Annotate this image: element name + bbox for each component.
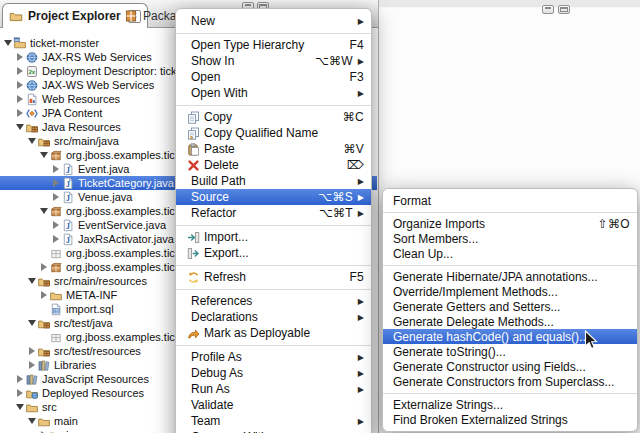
expand-arrow-icon[interactable] (14, 375, 25, 383)
folder-icon (49, 429, 63, 433)
tree-item-label: JavaScript Resources (42, 373, 153, 385)
menu-item-export[interactable]: Export... (176, 245, 371, 261)
menu-item-override-implement-methods[interactable]: Override/Implement Methods... (383, 284, 637, 299)
menu-item-externalize-strings[interactable]: Externalize Strings... (383, 397, 637, 412)
expand-arrow-icon[interactable] (26, 347, 37, 355)
menu-item-label: Paste (204, 142, 235, 156)
collapse-arrow-icon[interactable] (26, 418, 37, 424)
menu-item-shortcut: ⌥⌘T (311, 206, 353, 220)
menu-item-organize-imports[interactable]: Organize Imports⇧⌘O (383, 216, 637, 231)
expand-arrow-icon[interactable] (50, 165, 61, 173)
menu-item-open-with[interactable]: Open With▶ (176, 85, 371, 101)
collapse-arrow-icon[interactable] (26, 138, 37, 144)
menu-separator (176, 105, 371, 106)
context-menu: New▶Open Type HierarchyF4Show In⌥⌘W▶Open… (175, 8, 372, 433)
menu-item-label: Build Path (191, 174, 246, 188)
collapse-arrow-icon[interactable] (26, 278, 37, 284)
export-icon (187, 247, 200, 260)
expand-arrow-icon[interactable] (14, 109, 25, 117)
expand-arrow-icon[interactable] (14, 95, 25, 103)
web-service-icon (25, 51, 39, 64)
submenu-arrow-icon: ▶ (353, 54, 364, 69)
expand-arrow-icon[interactable] (26, 361, 37, 369)
menu-item-copy[interactable]: Copy⌘C (176, 109, 371, 125)
expand-arrow-icon[interactable] (38, 263, 49, 271)
expand-arrow-icon[interactable] (50, 235, 61, 243)
menu-item-generate-hashcode-and-equals[interactable]: Generate hashCode() and equals()... (383, 329, 637, 344)
collapse-arrow-icon[interactable] (26, 320, 37, 326)
menu-item-profile-as[interactable]: Profile As▶ (176, 349, 371, 365)
menu-item-open-type-hierarchy[interactable]: Open Type HierarchyF4 (176, 37, 371, 53)
collapse-arrow-icon[interactable] (38, 208, 49, 214)
menu-item-label: Export... (204, 246, 249, 260)
tab-project-explorer-label: Project Explorer (28, 9, 121, 23)
menu-item-label: Open With (191, 86, 248, 100)
menu-item-generate-delegate-methods[interactable]: Generate Delegate Methods... (383, 314, 637, 329)
menu-item-label: Open Type Hierarchy (191, 38, 304, 52)
menu-item-label: Format (393, 194, 431, 208)
svg-text:J: J (66, 180, 70, 189)
expand-arrow-icon[interactable] (50, 221, 61, 229)
expand-arrow-icon[interactable] (14, 389, 25, 397)
collapse-arrow-icon[interactable] (14, 124, 25, 130)
tree-item-label: Venue.java (78, 191, 136, 203)
expand-arrow-icon[interactable] (50, 193, 61, 201)
menu-item-label: Copy Qualified Name (204, 126, 318, 140)
menu-item-find-broken-externalized-strings[interactable]: Find Broken Externalized Strings (383, 412, 637, 427)
libraries-icon (37, 359, 51, 372)
menu-item-delete[interactable]: Delete⌦ (176, 157, 371, 173)
svg-text:J: J (66, 222, 70, 231)
menu-item-generate-getters-and-setters[interactable]: Generate Getters and Setters... (383, 299, 637, 314)
collapse-arrow-icon[interactable] (38, 152, 49, 158)
expand-arrow-icon[interactable] (14, 53, 25, 61)
menu-item-clean-up[interactable]: Clean Up... (383, 246, 637, 261)
deployed-resources-icon (25, 387, 39, 400)
expand-arrow-icon[interactable] (50, 179, 61, 187)
menu-item-team[interactable]: Team▶ (176, 413, 371, 429)
menu-item-compare-with[interactable]: Compare With▶ (176, 429, 371, 433)
menu-item-source[interactable]: Source⌥⌘S▶ (176, 189, 371, 205)
menu-item-mark-as-deployable[interactable]: Mark as Deployable (176, 325, 371, 341)
menu-item-generate-tostring[interactable]: Generate toString()... (383, 344, 637, 359)
menu-item-generate-constructors-from-superclass[interactable]: Generate Constructors from Superclass... (383, 374, 637, 389)
menu-item-label: Source (191, 190, 229, 204)
collapse-arrow-icon[interactable] (2, 40, 13, 46)
menu-item-label: Clean Up... (393, 247, 453, 261)
menu-item-references[interactable]: References▶ (176, 293, 371, 309)
maximize-editor-button[interactable] (558, 5, 570, 14)
menu-item-generate-constructor-using-fields[interactable]: Generate Constructor using Fields... (383, 359, 637, 374)
menu-item-validate[interactable]: Validate (176, 397, 371, 413)
tree-item-label: main (54, 415, 82, 427)
source-submenu: FormatOrganize Imports⇧⌘OSort Members...… (382, 188, 638, 432)
menu-item-refresh[interactable]: RefreshF5 (176, 269, 371, 285)
expand-arrow-icon[interactable] (14, 81, 25, 89)
menu-item-generate-hibernate-jpa-annotations[interactable]: Generate Hibernate/JPA annotations... (383, 269, 637, 284)
expand-arrow-icon[interactable] (14, 67, 25, 75)
minimize-editor-button[interactable] (542, 5, 554, 14)
refresh-icon (187, 271, 200, 284)
menu-item-shortcut: F5 (341, 270, 364, 284)
menu-item-format[interactable]: Format (383, 193, 637, 208)
menu-item-copy-qualified-name[interactable]: aCopy Qualified Name (176, 125, 371, 141)
package-icon (49, 205, 63, 218)
menu-item-run-as[interactable]: Run As▶ (176, 381, 371, 397)
menu-item-show-in[interactable]: Show In⌥⌘W▶ (176, 53, 371, 69)
menu-item-open[interactable]: OpenF3 (176, 69, 371, 85)
menu-separator (383, 212, 637, 213)
menu-item-new[interactable]: New▶ (176, 13, 371, 29)
menu-item-build-path[interactable]: Build Path▶ (176, 173, 371, 189)
tree-item-label: JAX-RS Web Services (42, 51, 156, 63)
menu-item-label: Profile As (191, 350, 242, 364)
menu-item-import[interactable]: Import... (176, 229, 371, 245)
collapse-arrow-icon[interactable] (14, 404, 25, 410)
tree-item-label: src/main/resources (54, 275, 151, 287)
menu-item-refactor[interactable]: Refactor⌥⌘T▶ (176, 205, 371, 221)
menu-item-paste[interactable]: Paste⌘V (176, 141, 371, 157)
menu-item-shortcut: ⌥⌘W (307, 54, 353, 68)
package-icon (49, 261, 63, 274)
menu-item-declarations[interactable]: Declarations▶ (176, 309, 371, 325)
tree-item-label: TicketCategory.java (78, 177, 178, 189)
expand-arrow-icon[interactable] (38, 291, 49, 299)
menu-item-sort-members[interactable]: Sort Members... (383, 231, 637, 246)
menu-item-debug-as[interactable]: Debug As▶ (176, 365, 371, 381)
